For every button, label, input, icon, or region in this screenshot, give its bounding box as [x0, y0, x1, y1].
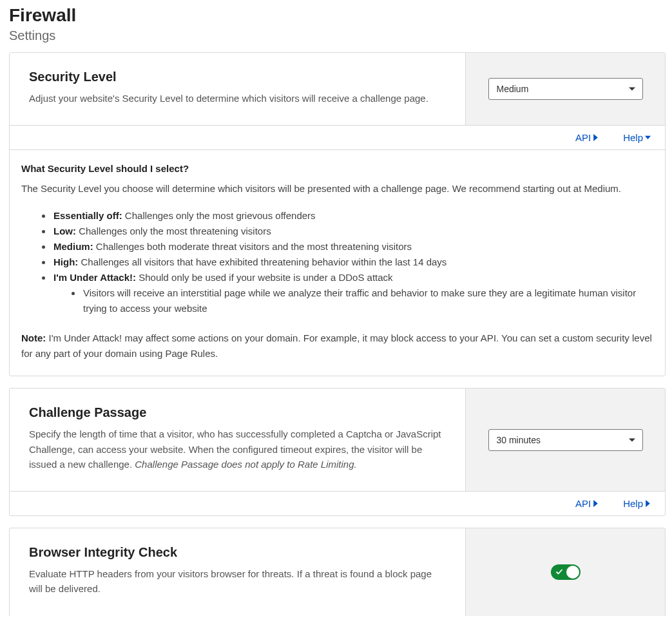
api-link[interactable]: API: [575, 132, 599, 143]
caret-down-icon: [645, 134, 651, 141]
check-icon: [556, 569, 562, 575]
caret-down-icon: [629, 438, 635, 441]
api-link[interactable]: API: [575, 498, 599, 509]
help-note: Note: I'm Under Attack! may affect some …: [21, 331, 653, 361]
challenge-passage-card: Challenge Passage Specify the length of …: [9, 388, 666, 516]
list-item: Low: Challenges only the most threatenin…: [52, 224, 653, 239]
security-level-select[interactable]: Medium: [488, 78, 643, 100]
challenge-passage-footer: API Help: [10, 491, 665, 515]
list-item: High: Challenges all visitors that have …: [52, 254, 653, 270]
browser-integrity-title: Browser Integrity Check: [29, 545, 446, 560]
browser-integrity-toggle[interactable]: [551, 564, 581, 580]
challenge-passage-title: Challenge Passage: [29, 405, 446, 420]
challenge-passage-desc: Specify the length of time that a visito…: [29, 427, 446, 472]
chevron-right-icon: [593, 500, 599, 507]
help-intro: The Security Level you choose will deter…: [21, 183, 653, 194]
caret-down-icon: [629, 88, 635, 91]
chevron-right-icon: [593, 134, 599, 141]
security-level-footer: API Help: [10, 125, 665, 149]
security-level-title: Security Level: [29, 70, 446, 84]
help-list: Essentially off: Challenges only the mos…: [21, 208, 653, 316]
help-link[interactable]: Help: [623, 132, 651, 143]
security-level-desc: Adjust your website's Security Level to …: [29, 91, 446, 106]
security-level-help: What Security Level should I select? The…: [10, 149, 665, 376]
list-item: Visitors will receive an interstitial pa…: [82, 285, 653, 316]
browser-integrity-card: Browser Integrity Check Evaluate HTTP he…: [9, 528, 666, 616]
toggle-knob: [566, 566, 579, 579]
browser-integrity-desc: Evaluate HTTP headers from your visitors…: [29, 566, 446, 597]
list-item: Essentially off: Challenges only the mos…: [52, 208, 653, 224]
security-level-select-value: Medium: [497, 84, 529, 94]
list-item: Medium: Challenges both moderate threat …: [52, 239, 653, 254]
list-item: I'm Under Attack!: Should only be used i…: [52, 270, 653, 316]
help-question: What Security Level should I select?: [21, 163, 653, 174]
page-title: Firewall: [9, 5, 666, 26]
challenge-passage-select[interactable]: 30 minutes: [488, 429, 643, 451]
chevron-right-icon: [645, 500, 651, 507]
api-link-label: API: [575, 132, 591, 143]
help-link-label: Help: [623, 498, 643, 509]
page-subtitle: Settings: [9, 28, 666, 43]
api-link-label: API: [575, 498, 591, 509]
challenge-passage-select-value: 30 minutes: [497, 435, 541, 445]
help-link[interactable]: Help: [623, 498, 651, 509]
security-level-card: Security Level Adjust your website's Sec…: [9, 52, 666, 376]
help-link-label: Help: [623, 132, 643, 143]
